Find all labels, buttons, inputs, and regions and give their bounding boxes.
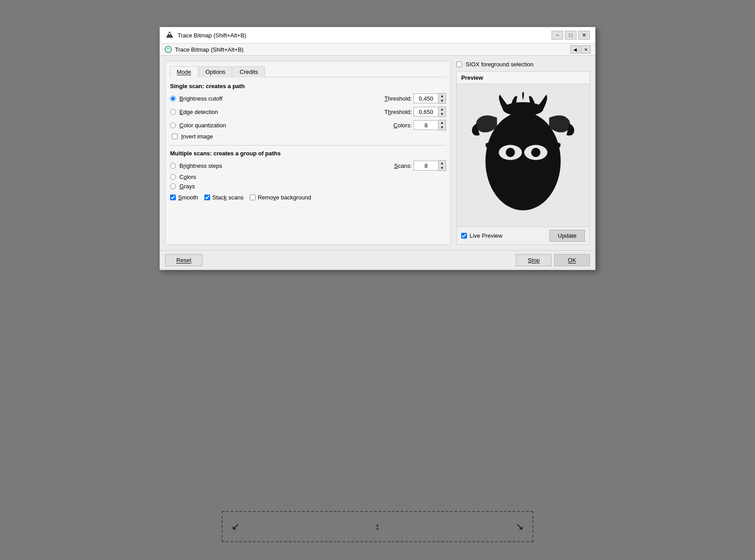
svg-point-2 xyxy=(165,46,171,53)
colors-radio[interactable] xyxy=(170,174,176,180)
color-quantization-label[interactable]: Color quantization xyxy=(179,122,390,129)
color-quantization-radio[interactable] xyxy=(170,122,176,128)
live-preview-left: Live Preview xyxy=(461,232,503,239)
remove-bg-check-item: Remove background xyxy=(250,194,311,201)
toolbar-icon xyxy=(164,45,172,53)
bottom-checks: Smooth Stack scans Remove background xyxy=(170,194,446,201)
colors-value-input[interactable] xyxy=(414,120,438,130)
scans-value-input[interactable] xyxy=(414,161,438,170)
nav-close-button[interactable]: ✕ xyxy=(581,45,591,53)
colors-spin-btns: ▲ ▼ xyxy=(438,120,446,130)
brightness-cutoff-radio[interactable] xyxy=(170,96,176,101)
maximize-button[interactable]: □ xyxy=(565,31,576,40)
arrow-sw: ↙ xyxy=(231,521,239,532)
colors-spin-up[interactable]: ▲ xyxy=(438,120,446,125)
siox-checkbox[interactable] xyxy=(456,61,462,67)
invert-label[interactable]: Invert image xyxy=(181,133,213,140)
trace-bitmap-dialog: Trace Bitmap (Shift+Alt+B) − □ ✕ Trace B… xyxy=(159,27,596,270)
siox-row: SIOX foreground selection xyxy=(456,61,590,68)
edge-threshold-area: Threshold: ▲ ▼ xyxy=(385,106,446,117)
remove-bg-label[interactable]: Remove background xyxy=(258,194,311,201)
titlebar-controls: − □ ✕ xyxy=(552,31,590,40)
svg-point-11 xyxy=(544,165,548,169)
app-icon xyxy=(165,31,174,40)
grays-radio[interactable] xyxy=(170,183,176,189)
brightness-steps-radio[interactable] xyxy=(170,163,176,169)
multiple-scans-section: Multiple scans: creates a group of paths… xyxy=(170,150,446,201)
colors-radio-row: Colors xyxy=(170,174,446,180)
brightness-spin-down[interactable]: ▼ xyxy=(438,98,446,103)
tab-mode[interactable]: Mode xyxy=(170,66,198,77)
separator xyxy=(170,145,446,146)
tab-credits[interactable]: Credits xyxy=(233,66,264,77)
scans-label: Scans: xyxy=(394,162,412,169)
edge-detection-label[interactable]: Edge detection xyxy=(179,109,381,115)
stack-scans-check-item: Stack scans xyxy=(204,194,244,201)
preview-section: Preview xyxy=(456,71,590,245)
edge-threshold-label: Threshold: xyxy=(385,109,412,115)
live-preview-label[interactable]: Live Preview xyxy=(470,232,503,239)
brightness-spin: ▲ ▼ xyxy=(414,93,446,104)
edge-spin-down[interactable]: ▼ xyxy=(438,112,446,117)
brightness-steps-row: Brightness steps Scans: ▲ ▼ xyxy=(170,160,446,171)
edge-spin-up[interactable]: ▲ xyxy=(438,107,446,112)
minimize-button[interactable]: − xyxy=(552,31,563,40)
preview-image xyxy=(465,92,581,219)
brightness-spin-btns: ▲ ▼ xyxy=(438,93,446,104)
brightness-steps-label[interactable]: Brightness steps xyxy=(179,162,390,169)
toolbar-bar: Trace Bitmap (Shift+Alt+B) ◀ ✕ xyxy=(160,44,595,56)
stop-button[interactable]: Stop xyxy=(516,254,552,266)
toolbar-left: Trace Bitmap (Shift+Alt+B) xyxy=(164,45,244,53)
smooth-check-item: Smooth xyxy=(170,194,198,201)
scans-area: Scans: ▲ ▼ xyxy=(394,160,446,171)
multiple-scans-header: Multiple scans: creates a group of paths xyxy=(170,150,446,157)
siox-label[interactable]: SIOX foreground selection xyxy=(466,61,533,68)
scans-spin-btns: ▲ ▼ xyxy=(438,160,446,171)
edge-detection-radio[interactable] xyxy=(170,109,176,115)
toolbar-right: ◀ ✕ xyxy=(570,45,591,53)
bottom-bar-right: Stop OK xyxy=(516,254,590,266)
brightness-threshold-area: Threshold: ▲ ▼ xyxy=(385,93,446,104)
scans-spin: ▲ ▼ xyxy=(414,160,446,171)
invert-checkbox[interactable] xyxy=(172,134,178,139)
live-preview-checkbox[interactable] xyxy=(461,233,467,239)
stack-scans-label[interactable]: Stack scans xyxy=(212,194,244,201)
scans-spin-down[interactable]: ▼ xyxy=(438,166,446,170)
close-button[interactable]: ✕ xyxy=(578,31,590,40)
update-button[interactable]: Update xyxy=(549,230,585,242)
brightness-spin-up[interactable]: ▲ xyxy=(438,93,446,98)
scans-spin-up[interactable]: ▲ xyxy=(438,161,446,166)
stack-scans-checkbox[interactable] xyxy=(204,195,210,200)
titlebar-title: Trace Bitmap (Shift+Alt+B) xyxy=(178,32,246,39)
live-preview-row: Live Preview Update xyxy=(457,227,589,244)
toolbar-title: Trace Bitmap (Shift+Alt+B) xyxy=(175,46,244,53)
colors-spin-down[interactable]: ▼ xyxy=(438,125,446,130)
brightness-cutoff-label[interactable]: Brightness cutoff xyxy=(179,95,381,102)
edge-spin: ▲ ▼ xyxy=(414,106,446,117)
tab-options[interactable]: Options xyxy=(199,66,232,77)
single-scan-header: Single scan: creates a path xyxy=(170,83,446,89)
tabs: Mode Options Credits xyxy=(170,66,446,77)
reset-button[interactable]: Reset xyxy=(165,254,203,266)
invert-row: Invert image xyxy=(172,133,446,140)
nav-back-button[interactable]: ◀ xyxy=(570,45,580,53)
smooth-label[interactable]: Smooth xyxy=(178,194,198,201)
titlebar-left: Trace Bitmap (Shift+Alt+B) xyxy=(165,31,246,40)
remove-bg-checkbox[interactable] xyxy=(250,195,256,200)
grays-label[interactable]: Grays xyxy=(179,183,446,190)
edge-value-input[interactable] xyxy=(414,107,438,117)
ok-button[interactable]: OK xyxy=(554,254,590,266)
smooth-checkbox[interactable] xyxy=(170,195,176,200)
colors-area: Colors: ▲ ▼ xyxy=(394,120,446,130)
svg-point-9 xyxy=(520,196,526,202)
left-panel: Mode Options Credits Single scan: create… xyxy=(165,61,451,245)
colors-label: Colors: xyxy=(394,122,412,129)
brightness-value-input[interactable] xyxy=(414,93,438,103)
bottom-bar: Reset Stop OK xyxy=(160,250,595,270)
preview-image-area xyxy=(457,84,589,227)
grays-row: Grays xyxy=(170,183,446,190)
svg-point-1 xyxy=(169,33,170,35)
colors-radio-label[interactable]: Colors xyxy=(179,174,446,180)
titlebar: Trace Bitmap (Shift+Alt+B) − □ ✕ xyxy=(160,27,595,44)
color-quantization-row: Color quantization Colors: ▲ ▼ xyxy=(170,120,446,130)
